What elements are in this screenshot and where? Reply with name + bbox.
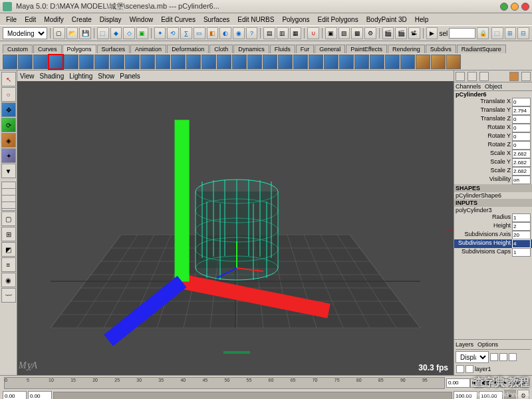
layer-row[interactable]: layer1 bbox=[456, 364, 531, 374]
magnet-icon[interactable]: ∪ bbox=[307, 27, 319, 39]
attr-row[interactable]: Height2 bbox=[454, 222, 532, 231]
vp-menu-show[interactable]: Show bbox=[98, 72, 114, 80]
shelf-item-25[interactable] bbox=[385, 55, 400, 69]
single-view-icon[interactable]: ▢ bbox=[1, 211, 16, 226]
menu-file[interactable]: File bbox=[3, 15, 20, 24]
lasso-tool-icon[interactable]: ○ bbox=[1, 87, 16, 102]
attr-row[interactable]: Subdivisions Axis20 bbox=[454, 231, 532, 239]
scale-tool-icon[interactable]: ◈ bbox=[1, 133, 16, 148]
select-tool-icon[interactable]: ↖ bbox=[1, 72, 16, 86]
shelf-item-22[interactable] bbox=[339, 55, 354, 69]
tab-icon[interactable] bbox=[467, 72, 477, 81]
shelf-tab-general[interactable]: General bbox=[315, 45, 345, 53]
anim-icon[interactable]: ▶ bbox=[426, 27, 438, 39]
menu-edit[interactable]: Edit bbox=[21, 15, 39, 24]
shelf-item-15[interactable] bbox=[232, 55, 247, 69]
new-scene-icon[interactable]: ▢ bbox=[53, 27, 65, 39]
history-del-icon[interactable]: ▦ bbox=[290, 27, 302, 39]
shelf-tab-custom[interactable]: Custom bbox=[3, 45, 33, 53]
current-time-field[interactable] bbox=[446, 378, 470, 388]
layer-up-icon[interactable] bbox=[499, 353, 507, 361]
step-back-icon[interactable]: ◀◀ bbox=[480, 378, 489, 388]
viewport[interactable]: MỵA 30.3 fps bbox=[17, 81, 454, 375]
shelf-tab-subdivs[interactable]: Subdivs bbox=[426, 45, 456, 53]
shelf-item-6[interactable] bbox=[94, 55, 109, 69]
menu-modify[interactable]: Modify bbox=[41, 15, 66, 24]
shelf-tab-painteffects[interactable]: PaintEffects bbox=[346, 45, 387, 53]
shelf-tab-curves[interactable]: Curves bbox=[33, 45, 62, 53]
attr-row[interactable]: Scale X2.682 bbox=[454, 150, 532, 158]
snap-grid-icon[interactable]: ✦ bbox=[154, 27, 166, 39]
layer-vis-icon[interactable] bbox=[456, 365, 464, 373]
layout1-icon[interactable]: ⬚ bbox=[491, 27, 503, 39]
shelf-tab-dynamics[interactable]: Dynamics bbox=[233, 45, 269, 53]
shelf-item-5[interactable] bbox=[79, 55, 94, 69]
menu-polygons[interactable]: Polygons bbox=[279, 15, 313, 24]
render-region-icon[interactable]: ▨ bbox=[338, 27, 350, 39]
select-hier-icon[interactable]: ▣ bbox=[136, 27, 148, 39]
snap-curve-icon[interactable]: ⟲ bbox=[167, 27, 179, 39]
menu-edit-polygons[interactable]: Edit Polygons bbox=[315, 15, 362, 24]
shelf-tab-animation[interactable]: Animation bbox=[130, 45, 166, 53]
shelf-item-1[interactable] bbox=[18, 55, 33, 69]
move-tool-icon[interactable]: ✥ bbox=[1, 102, 16, 117]
shelf-tab-rendering[interactable]: Rendering bbox=[388, 45, 425, 53]
menu-display[interactable]: Display bbox=[96, 15, 125, 24]
shelf-tab-surfaces[interactable]: Surfaces bbox=[97, 45, 130, 53]
vp-menu-panels[interactable]: Panels bbox=[120, 72, 140, 80]
mode-dropdown[interactable]: Modeling bbox=[3, 27, 47, 39]
shelf-item-19[interactable] bbox=[293, 55, 308, 69]
minimize-button[interactable] bbox=[500, 3, 508, 11]
misc1-icon[interactable]: ◉ bbox=[233, 27, 245, 39]
play-fwd-icon[interactable]: ▶ bbox=[500, 378, 509, 388]
play-start-field[interactable] bbox=[28, 391, 52, 399]
shelf-item-26[interactable] bbox=[400, 55, 415, 69]
lock-icon[interactable]: 🔒 bbox=[477, 27, 489, 39]
shelf-item-7[interactable] bbox=[110, 55, 124, 69]
layer-type-icon[interactable] bbox=[466, 365, 473, 373]
channels-tab[interactable]: Channels bbox=[456, 83, 481, 90]
shelf-item-28[interactable] bbox=[431, 55, 446, 69]
shelf-item-16[interactable] bbox=[247, 55, 262, 69]
attr-row[interactable]: Rotate X0 bbox=[454, 124, 532, 132]
maximize-button[interactable] bbox=[511, 3, 519, 11]
attr-editor-icon[interactable] bbox=[509, 72, 519, 81]
layers-tab[interactable]: Layers bbox=[456, 341, 473, 348]
tab-icon[interactable] bbox=[456, 72, 465, 81]
shelf-item-11[interactable] bbox=[171, 55, 186, 69]
menu-surfaces[interactable]: Surfaces bbox=[200, 15, 233, 24]
shelf-item-13[interactable] bbox=[201, 55, 216, 69]
shelf-item-9[interactable] bbox=[140, 55, 155, 69]
attr-row[interactable]: Rotate Y0 bbox=[454, 132, 532, 141]
prefs-icon[interactable]: ⚙ bbox=[517, 390, 529, 399]
shelf-item-18[interactable] bbox=[278, 55, 293, 69]
menu-edit-nurbs[interactable]: Edit NURBS bbox=[234, 15, 277, 24]
attr-row[interactable]: Visibilityon bbox=[454, 176, 532, 184]
shelf-item-24[interactable] bbox=[370, 55, 384, 69]
shelf-item-14[interactable] bbox=[217, 55, 231, 69]
shelf-item-17[interactable] bbox=[263, 55, 277, 69]
close-button[interactable] bbox=[521, 3, 529, 11]
shelf-item-27[interactable] bbox=[416, 55, 430, 69]
time-slider[interactable]: 05101520253035404550556065707580859095 ⏮… bbox=[0, 375, 532, 390]
film-icon[interactable]: 🎬 bbox=[382, 27, 394, 39]
shelf-item-29[interactable] bbox=[446, 55, 461, 69]
new-layer-icon[interactable] bbox=[490, 353, 498, 361]
snap-surface-icon[interactable]: ◧ bbox=[207, 27, 219, 39]
shelf-item-12[interactable] bbox=[186, 55, 201, 69]
snap-view-icon[interactable]: ◐ bbox=[219, 27, 231, 39]
outliner-view-icon[interactable]: ≡ bbox=[1, 257, 16, 272]
layout2-icon[interactable]: ⊞ bbox=[505, 27, 517, 39]
render-icon[interactable]: ▣ bbox=[325, 27, 337, 39]
attr-row[interactable]: Scale Z2.682 bbox=[454, 167, 532, 176]
layers-options[interactable]: Options bbox=[477, 341, 498, 348]
rotate-tool-icon[interactable]: ⟳ bbox=[1, 118, 16, 132]
open-scene-icon[interactable]: 📂 bbox=[66, 27, 78, 39]
time-ruler[interactable]: 05101520253035404550556065707580859095 bbox=[4, 377, 445, 389]
shelf-tab-radiantsquare[interactable]: RadiantSquare bbox=[457, 45, 506, 53]
menu-help[interactable]: Help bbox=[412, 15, 432, 24]
shelf-item-8[interactable] bbox=[125, 55, 140, 69]
attr-row[interactable]: Translate Y2.794 bbox=[454, 106, 532, 115]
render-ipr-icon[interactable]: ▩ bbox=[351, 27, 363, 39]
layout-presets[interactable] bbox=[1, 182, 16, 211]
